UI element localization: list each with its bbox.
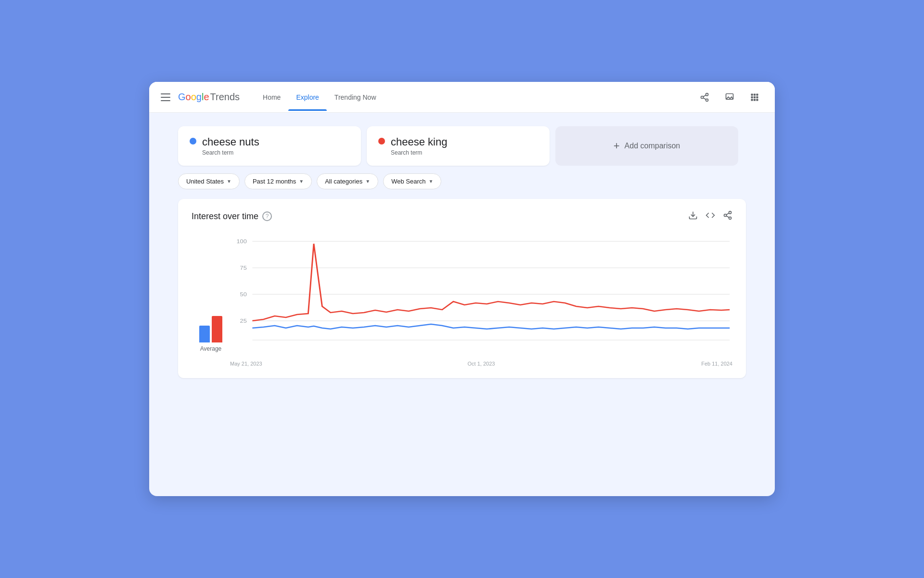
avg-bars [199, 304, 222, 342]
svg-rect-6 [751, 93, 753, 95]
svg-text:75: 75 [240, 265, 247, 271]
search-type-label: Web Search [391, 178, 425, 185]
svg-point-18 [729, 217, 732, 219]
share-chart-icon[interactable] [723, 210, 732, 222]
search-card-1[interactable]: cheese nuts Search term [178, 126, 361, 166]
x-label-1: May 21, 2023 [230, 361, 398, 367]
menu-button[interactable] [161, 93, 170, 101]
region-label: United States [186, 178, 224, 185]
add-comparison-button[interactable]: + Add comparison [555, 126, 738, 166]
x-label-2: Oct 1, 2023 [398, 361, 565, 367]
svg-text:100: 100 [237, 238, 247, 245]
svg-rect-10 [754, 96, 756, 98]
svg-rect-9 [751, 96, 753, 98]
svg-line-4 [703, 95, 706, 96]
chart-section: Interest over time ? [178, 199, 746, 378]
svg-rect-11 [756, 96, 758, 98]
chart-x-labels: May 21, 2023 Oct 1, 2023 Feb 11, 2024 [230, 359, 732, 367]
term2-dot [378, 138, 385, 144]
search-type-chevron: ▼ [428, 179, 433, 184]
svg-point-0 [706, 93, 708, 95]
download-icon[interactable] [688, 210, 698, 222]
search-type-filter[interactable]: Web Search ▼ [383, 173, 441, 189]
time-chevron: ▼ [299, 179, 304, 184]
chart-title-text: Interest over time [192, 211, 258, 222]
svg-rect-8 [756, 93, 758, 95]
avg-bar-blue [199, 326, 210, 342]
plus-icon: + [614, 140, 620, 152]
avg-bar-red [212, 316, 222, 342]
svg-line-3 [703, 98, 706, 99]
browser-window: Google Trends Home Explore Trending Now [149, 82, 775, 496]
search-cards: cheese nuts Search term cheese king Sear… [178, 126, 746, 166]
category-label: All categories [325, 178, 362, 185]
time-label: Past 12 months [253, 178, 296, 185]
svg-text:25: 25 [240, 318, 247, 324]
svg-text:50: 50 [240, 291, 247, 298]
time-filter[interactable]: Past 12 months ▼ [244, 173, 312, 189]
nav-explore[interactable]: Explore [288, 84, 326, 111]
svg-line-19 [726, 216, 729, 217]
svg-point-17 [724, 214, 727, 217]
nav-home[interactable]: Home [255, 84, 288, 111]
embed-icon[interactable] [706, 210, 715, 222]
nav-trending[interactable]: Trending Now [327, 84, 384, 111]
share-icon[interactable] [696, 89, 713, 106]
chart-svg: 100 75 50 25 [230, 232, 732, 357]
chart-area: Average 100 75 50 25 [192, 232, 732, 367]
x-label-3: Feb 11, 2024 [565, 361, 732, 367]
header-actions [696, 89, 763, 106]
add-comparison-label: Add comparison [625, 142, 680, 150]
feedback-icon[interactable] [721, 89, 738, 106]
category-chevron: ▼ [365, 179, 370, 184]
chart-average: Average [192, 232, 230, 367]
term1-type: Search term [202, 149, 259, 156]
svg-point-2 [706, 99, 708, 101]
main-content: cheese nuts Search term cheese king Sear… [149, 113, 775, 395]
chart-actions [688, 210, 732, 222]
chart-graph: 100 75 50 25 May 21, 2023 Oct 1, 2023 Fe [230, 232, 732, 367]
filters-bar: United States ▼ Past 12 months ▼ All cat… [178, 173, 746, 189]
chart-header: Interest over time ? [192, 210, 732, 222]
avg-label: Average [200, 345, 221, 352]
category-filter[interactable]: All categories ▼ [317, 173, 378, 189]
term1-name: cheese nuts [202, 136, 259, 148]
logo: Google Trends [178, 92, 240, 103]
app-header: Google Trends Home Explore Trending Now [149, 82, 775, 113]
svg-rect-13 [754, 99, 756, 101]
term2-type: Search term [391, 149, 447, 156]
region-chevron: ▼ [227, 179, 231, 184]
svg-rect-14 [756, 99, 758, 101]
main-nav: Home Explore Trending Now [255, 84, 384, 111]
search-card-2[interactable]: cheese king Search term [367, 126, 550, 166]
term1-dot [190, 138, 196, 144]
svg-point-16 [729, 211, 732, 214]
term2-name: cheese king [391, 136, 447, 148]
apps-icon[interactable] [746, 89, 763, 106]
help-icon[interactable]: ? [262, 211, 272, 221]
region-filter[interactable]: United States ▼ [178, 173, 240, 189]
svg-rect-7 [754, 93, 756, 95]
svg-rect-12 [751, 99, 753, 101]
svg-point-1 [701, 96, 704, 98]
chart-title-area: Interest over time ? [192, 211, 272, 222]
svg-line-20 [726, 213, 729, 214]
